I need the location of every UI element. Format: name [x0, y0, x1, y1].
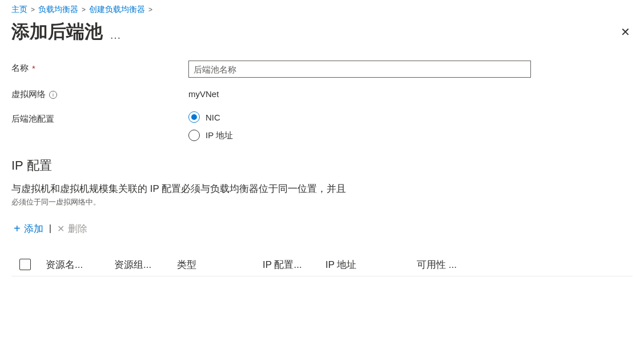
radio-nic[interactable]: NIC — [188, 111, 233, 123]
vnet-value: myVNet — [188, 87, 219, 99]
chevron-right-icon: > — [148, 6, 152, 14]
radio-nic-label: NIC — [206, 113, 220, 122]
ip-desc-1: 与虚拟机和虚拟机规模集关联的 IP 配置必须与负载均衡器位于同一位置，并且 — [11, 182, 633, 196]
table-header: 资源名... 资源组... 类型 IP 配置... IP 地址 可用性 ... — [11, 254, 633, 276]
row-config: 后端池配置 NIC IP 地址 — [11, 111, 633, 141]
label-name: 名称 * — [11, 61, 188, 74]
row-vnet: 虚拟网络 i myVNet — [11, 87, 633, 100]
toolbar-separator: | — [49, 223, 51, 234]
col-ip-addr[interactable]: IP 地址 — [325, 258, 417, 271]
remove-label: 删除 — [68, 222, 87, 235]
radio-icon — [188, 130, 200, 141]
add-label: 添加 — [24, 222, 43, 235]
add-button[interactable]: + 添加 — [11, 221, 46, 236]
radio-group-config: NIC IP 地址 — [188, 111, 233, 141]
x-icon: ✕ — [57, 223, 65, 234]
col-type[interactable]: 类型 — [177, 258, 263, 271]
page-title: 添加后端池 — [11, 19, 103, 45]
close-icon[interactable]: ✕ — [618, 23, 633, 41]
required-icon: * — [32, 63, 35, 73]
col-ip-config[interactable]: IP 配置... — [263, 258, 325, 271]
breadcrumb: 主页 > 负载均衡器 > 创建负载均衡器 > — [11, 5, 633, 15]
plus-icon: + — [14, 222, 21, 235]
label-config: 后端池配置 — [11, 111, 188, 125]
section-heading-ip: IP 配置 — [11, 157, 633, 174]
ip-desc-2: 必须位于同一虚拟网络中。 — [11, 197, 633, 207]
col-resource-group[interactable]: 资源组... — [114, 258, 177, 271]
radio-ip-label: IP 地址 — [206, 130, 233, 141]
more-icon[interactable]: … — [110, 23, 122, 42]
chevron-right-icon: > — [31, 6, 35, 14]
name-input[interactable] — [188, 61, 531, 78]
row-name: 名称 * — [11, 61, 633, 78]
title-bar: 添加后端池 … ✕ — [11, 19, 633, 45]
breadcrumb-load-balancer[interactable]: 负载均衡器 — [38, 5, 78, 15]
col-resource-name[interactable]: 资源名... — [46, 258, 114, 271]
chevron-right-icon: > — [82, 6, 86, 14]
col-availability[interactable]: 可用性 ... — [417, 258, 480, 271]
label-vnet: 虚拟网络 i — [11, 87, 188, 100]
breadcrumb-home[interactable]: 主页 — [11, 5, 27, 15]
breadcrumb-create-lb[interactable]: 创建负载均衡器 — [89, 5, 145, 15]
select-all-checkbox[interactable] — [19, 259, 31, 270]
checkbox-cell — [11, 259, 46, 270]
toolbar: + 添加 | ✕ 删除 — [11, 221, 633, 236]
info-icon[interactable]: i — [49, 91, 57, 99]
radio-ip[interactable]: IP 地址 — [188, 130, 233, 141]
radio-icon — [188, 111, 200, 123]
remove-button[interactable]: ✕ 删除 — [55, 221, 90, 236]
